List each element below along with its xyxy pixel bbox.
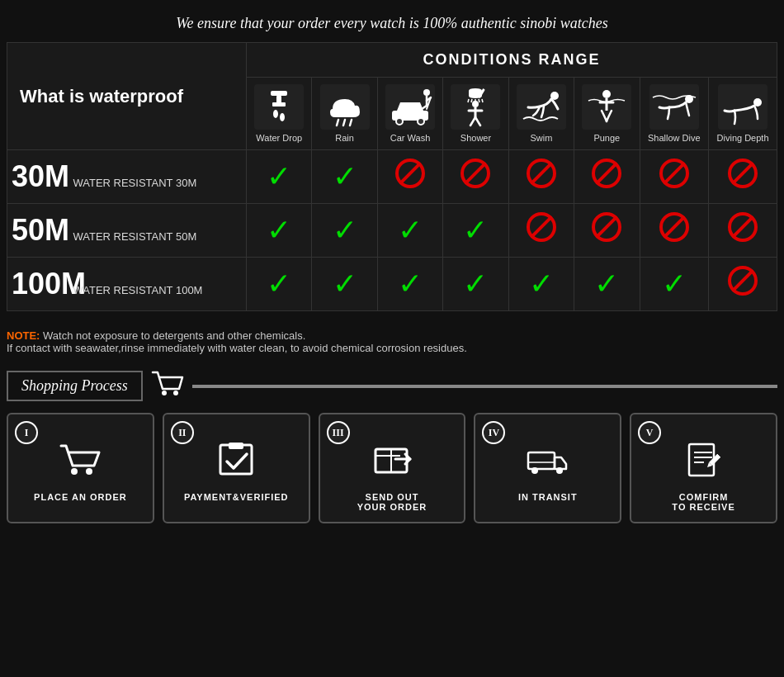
step-2-icon — [171, 441, 302, 485]
table-row: 100M WATER RESISTANT 100M ✓ ✓ ✓ ✓ ✓ ✓ ✓ — [7, 258, 777, 311]
svg-point-42 — [173, 391, 178, 395]
row-50m-col-5 — [574, 204, 640, 258]
svg-line-26 — [468, 99, 469, 102]
svg-point-44 — [86, 468, 92, 475]
row-100m-col-6: ✓ — [640, 258, 709, 311]
step-3-icon — [327, 441, 458, 485]
cart-icon — [151, 369, 184, 403]
table-row: 30M WATER RESISTANT 30M ✓ ✓ — [7, 150, 777, 204]
note-line1: Watch not exposure to detergents and oth… — [43, 329, 305, 342]
col-punge: Punge — [574, 78, 640, 150]
row-100m-meter: 100M — [12, 267, 65, 301]
svg-point-41 — [162, 391, 167, 395]
svg-point-12 — [396, 118, 403, 125]
step-payment: II PAYMENT&VERIFIED — [163, 413, 310, 523]
step-1-num: I — [15, 421, 38, 444]
row-100m-col-5: ✓ — [574, 258, 640, 311]
row-30m-col-1: ✓ — [312, 150, 377, 204]
svg-point-14 — [423, 89, 430, 96]
row-30m-col-3 — [443, 150, 508, 204]
svg-line-29 — [479, 99, 479, 102]
col-label-diving-depth: Diving Depth — [712, 133, 773, 143]
row-100m-col-4: ✓ — [508, 258, 574, 311]
step-4-label: IN TRANSIT — [482, 492, 613, 502]
svg-point-51 — [531, 467, 538, 474]
table-row: 50M WATER RESISTANT 50M ✓ ✓ ✓ ✓ — [7, 204, 777, 258]
row-30m-col-0: ✓ — [247, 150, 312, 204]
note-line2: If contact with seawater,rinse immediate… — [7, 342, 777, 354]
step-send-out: III SEND OUT YOUR ORDER — [319, 413, 466, 523]
svg-rect-45 — [220, 445, 252, 474]
svg-line-30 — [482, 99, 483, 102]
row-30m-desc: WATER RESISTANT 30M — [73, 177, 196, 189]
row-30m-col-5 — [574, 150, 640, 204]
svg-rect-39 — [718, 84, 767, 130]
col-car-wash: Car Wash — [377, 78, 442, 150]
row-100m-desc: WATER RESISTANT 100M — [73, 284, 202, 296]
svg-point-43 — [71, 468, 78, 475]
row-100m-label: 100M WATER RESISTANT 100M — [7, 258, 247, 311]
svg-line-27 — [471, 99, 472, 102]
col-label-swim: Swim — [512, 133, 570, 143]
step-4-icon — [482, 441, 613, 485]
svg-point-34 — [602, 90, 611, 98]
row-30m-col-4 — [508, 150, 574, 204]
process-header: Shopping Process — [7, 369, 777, 403]
step-1-icon — [15, 441, 146, 485]
note-label: NOTE: — [7, 329, 40, 342]
step-5-num: V — [638, 421, 661, 444]
process-steps: I PLACE AN ORDER II — [7, 413, 777, 523]
waterproof-section: What is waterproof CONDITIONS RANGE — [0, 42, 784, 320]
row-30m-col-7 — [709, 150, 777, 204]
row-50m-col-4 — [508, 204, 574, 258]
waterproof-table: What is waterproof CONDITIONS RANGE — [7, 42, 777, 311]
step-5-icon — [638, 441, 769, 485]
svg-rect-3 — [272, 102, 286, 107]
row-50m-col-1: ✓ — [312, 204, 377, 258]
step-place-order: I PLACE AN ORDER — [7, 413, 154, 523]
row-50m-label: 50M WATER RESISTANT 50M — [7, 204, 247, 258]
svg-rect-54 — [689, 444, 714, 476]
row-30m-col-6 — [640, 150, 709, 204]
col-label-shower: Shower — [446, 133, 504, 143]
svg-point-13 — [418, 118, 424, 125]
col-label-car-wash: Car Wash — [381, 133, 439, 143]
conditions-header: CONDITIONS RANGE — [247, 43, 777, 78]
row-50m-desc: WATER RESISTANT 50M — [73, 230, 196, 243]
row-30m-meter: 30M — [12, 159, 65, 194]
step-2-label: PAYMENT&VERIFIED — [171, 492, 302, 502]
header-banner: We ensure that your order every watch is… — [0, 0, 784, 42]
row-50m-col-0: ✓ — [247, 204, 312, 258]
row-100m-col-7 — [709, 258, 777, 311]
col-rain: Rain — [312, 78, 377, 150]
step-3-label: SEND OUT YOUR ORDER — [327, 492, 458, 512]
row-100m-col-0: ✓ — [247, 258, 312, 311]
svg-point-5 — [280, 113, 285, 121]
row-50m-col-2: ✓ — [377, 204, 442, 258]
col-shallow-dive: Shallow Dive — [640, 78, 709, 150]
svg-point-4 — [273, 110, 278, 118]
row-50m-col-3: ✓ — [443, 204, 508, 258]
col-swim: Swim — [508, 78, 574, 150]
col-label-water-drop: Water Drop — [250, 133, 308, 143]
note-section: NOTE: Watch not exposure to detergents a… — [0, 320, 784, 361]
what-is-waterproof-label: What is waterproof — [7, 43, 247, 150]
step-3-num: III — [327, 421, 350, 444]
row-100m-col-2: ✓ — [377, 258, 442, 311]
row-100m-col-3: ✓ — [443, 258, 508, 311]
row-30m-col-2 — [377, 150, 442, 204]
shopping-process-section: Shopping Process I PLACE AN ORDER — [0, 361, 784, 530]
row-50m-meter: 50M — [12, 213, 65, 248]
svg-rect-50 — [528, 452, 555, 469]
col-label-shallow-dive: Shallow Dive — [644, 133, 706, 143]
col-shower: Shower — [443, 78, 508, 150]
svg-point-52 — [556, 467, 563, 474]
row-50m-col-7 — [709, 204, 777, 258]
col-label-rain: Rain — [315, 133, 373, 143]
step-1-label: PLACE AN ORDER — [15, 492, 146, 502]
step-2-num: II — [171, 421, 194, 444]
col-label-punge: Punge — [578, 133, 635, 143]
process-line — [192, 385, 777, 388]
step-in-transit: IV IN TRANSIT — [474, 413, 621, 523]
svg-rect-1 — [271, 91, 287, 96]
